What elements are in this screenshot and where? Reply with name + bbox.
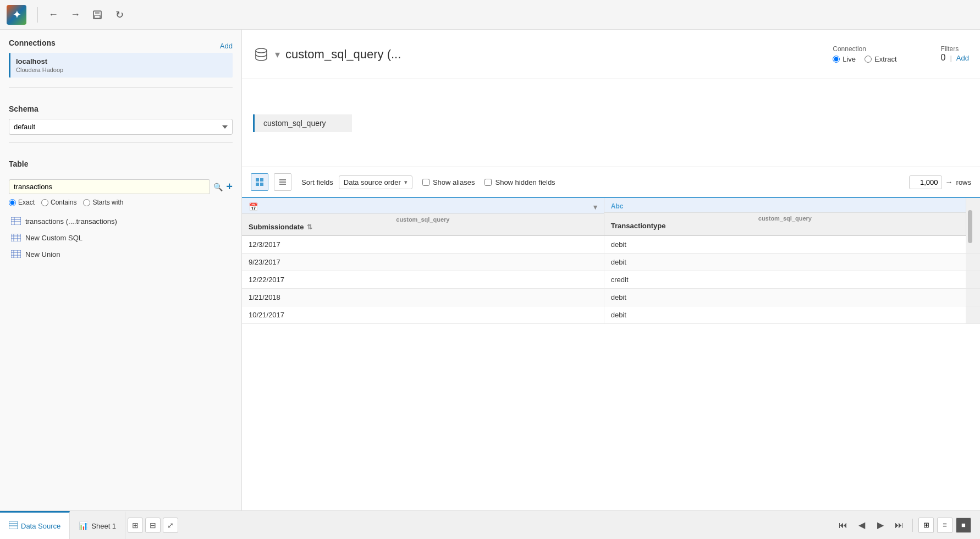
table-search-row: 🔍 + bbox=[9, 179, 233, 194]
live-radio[interactable] bbox=[833, 56, 840, 63]
union-icon bbox=[11, 249, 21, 259]
col-header-transactiontype: Abc custom_sql_query Transactiontype bbox=[604, 198, 966, 236]
filters-add-link[interactable]: Add bbox=[956, 54, 969, 62]
cell-scrollbar bbox=[966, 289, 980, 306]
svg-rect-7 bbox=[11, 234, 21, 241]
top-toolbar: ✦ ← → ↻ bbox=[0, 0, 980, 30]
tab-data-source[interactable]: Data Source bbox=[0, 511, 70, 539]
svg-rect-25 bbox=[9, 521, 18, 529]
database-icon bbox=[253, 46, 269, 63]
schema-title: Schema bbox=[9, 105, 233, 113]
table-item-new-union[interactable]: New Union bbox=[9, 246, 233, 262]
schema-select[interactable]: default bbox=[9, 119, 233, 135]
add-connection-link[interactable]: Add bbox=[220, 42, 233, 50]
cell-scrollbar bbox=[966, 254, 980, 271]
datasource-header: ▾ custom_sql_query (... bbox=[253, 46, 401, 63]
data-grid: 📅 ▾ custom_sql_query Submissiondate ⇅ bbox=[242, 198, 980, 510]
date-type-icon: 📅 bbox=[249, 202, 258, 211]
nav-prev-button[interactable]: ◀ bbox=[854, 518, 869, 533]
data-table: 📅 ▾ custom_sql_query Submissiondate ⇅ bbox=[242, 198, 980, 324]
table-item-transactions[interactable]: transactions (....transactions) bbox=[9, 213, 233, 229]
grid-mode-button[interactable]: ⊞ bbox=[918, 518, 934, 533]
right-panel: ▾ custom_sql_query (... Connection Live … bbox=[242, 30, 980, 510]
save-button[interactable] bbox=[89, 6, 106, 24]
col-header-submissiondate: 📅 ▾ custom_sql_query Submissiondate ⇅ bbox=[242, 198, 604, 236]
table-item-custom-sql[interactable]: New Custom SQL bbox=[9, 229, 233, 246]
right-top-bar: ▾ custom_sql_query (... Connection Live … bbox=[242, 30, 980, 79]
search-button[interactable]: 🔍 bbox=[213, 183, 223, 191]
extract-radio[interactable] bbox=[865, 56, 872, 63]
cell-transactiontype: debit bbox=[604, 254, 966, 271]
cell-transactiontype: credit bbox=[604, 271, 966, 289]
back-button[interactable]: ← bbox=[45, 6, 62, 24]
col-sort-icon[interactable]: ▾ bbox=[593, 203, 597, 211]
dark-mode-button[interactable]: ■ bbox=[956, 518, 971, 533]
extract-radio-label[interactable]: Extract bbox=[865, 55, 896, 63]
cell-scrollbar bbox=[966, 306, 980, 324]
show-aliases-checkbox[interactable] bbox=[422, 179, 430, 186]
connection-label: Connection bbox=[833, 45, 896, 53]
svg-rect-19 bbox=[260, 178, 263, 182]
nav-next-button[interactable]: ▶ bbox=[873, 518, 888, 533]
sheet1-tab-label: Sheet 1 bbox=[91, 522, 116, 530]
filters-count: 0 | Add bbox=[941, 53, 969, 63]
connection-item-localhost[interactable]: localhost Cloudera Hadoop bbox=[9, 53, 233, 78]
app-logo: ✦ bbox=[7, 5, 26, 25]
filters-section: Filters 0 | Add bbox=[941, 45, 969, 63]
rows-arrow-icon[interactable]: → bbox=[945, 178, 953, 186]
starts-with-radio[interactable] bbox=[83, 199, 90, 206]
nav-first-button[interactable]: ⏮ bbox=[835, 518, 851, 533]
table-search-input[interactable] bbox=[9, 179, 210, 194]
show-hidden-fields-checkbox-label[interactable]: Show hidden fields bbox=[485, 178, 555, 186]
canvas-query-box[interactable]: custom_sql_query bbox=[253, 114, 352, 132]
data-source-tab-icon bbox=[9, 521, 18, 531]
svg-point-17 bbox=[256, 48, 267, 53]
rows-control: → rows bbox=[909, 175, 971, 189]
list-mode-button[interactable]: ≡ bbox=[937, 518, 953, 533]
text-type-icon: Abc bbox=[611, 202, 624, 210]
canvas-area: custom_sql_query bbox=[242, 79, 980, 167]
connection-filters-group: Connection Live Extract Filters bbox=[833, 45, 969, 63]
show-aliases-checkbox-label[interactable]: Show aliases bbox=[422, 178, 475, 186]
connection-name: localhost bbox=[16, 57, 227, 65]
cell-transactiontype: debit bbox=[604, 289, 966, 306]
contains-radio[interactable] bbox=[41, 199, 48, 206]
cell-submissiondate: 12/22/2017 bbox=[242, 271, 604, 289]
main-area: Connections Add localhost Cloudera Hadoo… bbox=[0, 30, 980, 510]
refresh-button[interactable]: ↻ bbox=[111, 6, 128, 24]
sort-order-value: Data source order bbox=[344, 178, 401, 186]
cell-transactiontype: debit bbox=[604, 236, 966, 254]
show-hidden-fields-checkbox[interactable] bbox=[485, 179, 492, 186]
exact-radio[interactable] bbox=[9, 199, 16, 206]
live-radio-label[interactable]: Live bbox=[833, 55, 856, 63]
table-row: 1/21/2018debit bbox=[242, 289, 980, 306]
sort-col-icon[interactable]: ⇅ bbox=[307, 223, 312, 231]
sheet1-tab-icon: 📊 bbox=[79, 521, 88, 530]
svg-rect-21 bbox=[260, 183, 263, 186]
grid-view-button[interactable] bbox=[251, 173, 268, 191]
rows-input[interactable] bbox=[909, 175, 942, 189]
divider-2 bbox=[9, 142, 233, 143]
starts-with-radio-label[interactable]: Starts with bbox=[83, 199, 123, 206]
nav-last-button[interactable]: ⏭ bbox=[891, 518, 907, 533]
forward-button[interactable]: → bbox=[67, 6, 84, 24]
custom-sql-icon bbox=[11, 233, 21, 243]
new-sheet-button[interactable]: ⊞ bbox=[128, 518, 143, 533]
grid-toolbar: Sort fields Data source order ▾ Show ali… bbox=[242, 167, 980, 198]
tab-sheet1[interactable]: 📊 Sheet 1 bbox=[70, 511, 125, 539]
filters-zero-value: 0 bbox=[941, 53, 946, 63]
sort-dropdown[interactable]: Data source order ▾ bbox=[339, 175, 412, 189]
scrollbar-thumb[interactable] bbox=[968, 210, 972, 243]
datasource-dropdown-icon[interactable]: ▾ bbox=[275, 48, 280, 61]
list-view-button[interactable] bbox=[274, 173, 291, 191]
table-label-new-union: New Union bbox=[25, 250, 60, 258]
duplicate-sheet-button[interactable]: ⊟ bbox=[145, 518, 161, 533]
table-row: 9/23/2017debit bbox=[242, 254, 980, 271]
expand-sheet-button[interactable]: ⤢ bbox=[163, 518, 178, 533]
contains-radio-label[interactable]: Contains bbox=[41, 199, 76, 206]
bottom-nav-controls: ⏮ ◀ ▶ ⏭ ⊞ ≡ ■ bbox=[835, 511, 980, 539]
col-name-transactiontype: Transactiontype bbox=[611, 222, 959, 230]
add-table-button[interactable]: + bbox=[226, 180, 233, 193]
data-source-tab-label: Data Source bbox=[21, 522, 60, 530]
exact-radio-label[interactable]: Exact bbox=[9, 199, 35, 206]
